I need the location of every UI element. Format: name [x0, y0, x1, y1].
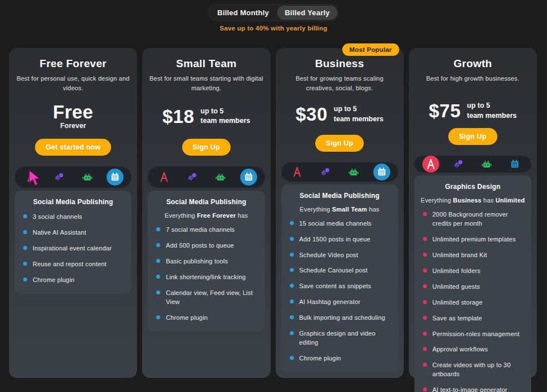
feature-bullet: [290, 237, 294, 241]
feature-bullet: [23, 230, 27, 234]
panel-title: Social Media Publishing: [287, 192, 392, 200]
feature-bullet: [156, 227, 160, 231]
plan-title: Business: [315, 58, 364, 70]
tab-easel-icon[interactable]: [23, 169, 39, 186]
plan-price: $75: [429, 102, 461, 120]
feature-bullet: [290, 315, 294, 319]
plan-card: Free Forever Best for personal use, quic…: [9, 48, 137, 378]
comet-icon: [453, 158, 464, 170]
feature-item: Add 500 posts to queue: [153, 241, 259, 250]
feature-bullet: [156, 290, 160, 294]
feature-item: Unlimited brand Kit: [420, 251, 526, 260]
feature-bullet: [156, 243, 160, 247]
tab-easel-icon[interactable]: [289, 164, 306, 180]
price-block: Free Forever: [53, 101, 94, 131]
feature-item: AI text-to-image generator: [420, 386, 526, 392]
includes-note: Everything Small Team has: [287, 206, 392, 213]
robot-icon: [215, 171, 226, 183]
tab-easel-icon[interactable]: [156, 169, 173, 186]
yearly-savings-note: Save up to 40% with yearly billing: [0, 25, 547, 32]
feature-bullet: [423, 347, 427, 351]
feature-item: Bulk importing and scheduling: [287, 314, 392, 323]
tab-comet-icon[interactable]: [450, 156, 467, 173]
feature-panel: Social Media Publishing Everything Free …: [148, 191, 264, 332]
tab-calendar-icon[interactable]: [506, 156, 523, 173]
tab-robot-icon[interactable]: [478, 156, 495, 173]
feature-bullet: [23, 214, 27, 218]
signup-button[interactable]: Sign Up: [182, 139, 231, 156]
feature-bullet: [423, 284, 427, 288]
price-note: up to 5team members: [467, 101, 517, 121]
feature-bullet: [156, 275, 160, 279]
feature-item: Calendar view, Feed view, List View: [153, 289, 259, 307]
comet-icon: [54, 171, 65, 183]
tab-easel-icon[interactable]: [422, 156, 439, 173]
feature-item: Reuse and repost content: [20, 260, 126, 269]
feature-bullet: [423, 387, 427, 391]
feature-tab-bar: [414, 156, 531, 173]
feature-bullet: [290, 253, 294, 257]
plan-card: Most Popular Business Best for growing t…: [276, 48, 404, 378]
feature-item: 15 social media channels: [287, 219, 392, 228]
feature-item: Unlimited guests: [420, 283, 526, 292]
tab-comet-icon[interactable]: [317, 164, 334, 180]
feature-panel: Social Media Publishing Everything Small…: [281, 184, 398, 372]
feature-tab-bar: [148, 166, 264, 188]
tab-calendar-icon[interactable]: [373, 164, 390, 180]
robot-icon: [348, 166, 359, 178]
tab-calendar-icon[interactable]: [240, 169, 257, 186]
feature-bullet: [156, 259, 160, 263]
panel-title: Social Media Publishing: [20, 198, 126, 206]
tab-calendar-icon[interactable]: [107, 169, 123, 186]
plan-description: Best for growing teams scaling creatives…: [282, 74, 398, 93]
billed-monthly-tab[interactable]: Billed Monthly: [209, 6, 277, 20]
feature-bullet: [423, 363, 427, 367]
tab-robot-icon[interactable]: [212, 169, 229, 186]
feature-item: 2000 Background remover credits per mont…: [420, 210, 526, 228]
panel-title: Social Media Publishing: [153, 198, 259, 206]
plan-title: Free Forever: [39, 58, 107, 70]
feature-panel: Graphics Design Everything Business has …: [414, 175, 531, 392]
feature-bullet: [423, 316, 427, 320]
feature-tab-bar: [15, 166, 131, 188]
includes-note: Everything Free Forever has: [153, 212, 259, 219]
feature-item: Chrome plugin: [153, 314, 259, 323]
price-block: $18 up to 5team members: [162, 101, 250, 131]
feature-bullet: [290, 284, 294, 288]
plan-price: Free: [53, 103, 94, 121]
tab-comet-icon[interactable]: [51, 169, 68, 186]
feature-bullet: [423, 253, 427, 257]
feature-bullet: [423, 332, 427, 336]
easel-icon: [292, 166, 303, 178]
feature-item: AI Hashtag generator: [287, 298, 392, 307]
tab-robot-icon[interactable]: [345, 164, 362, 180]
panel-title: Graphics Design: [420, 183, 526, 191]
plan-description: Best for personal use, quick design and …: [15, 74, 131, 93]
billed-yearly-tab[interactable]: Billed Yearly: [277, 6, 338, 20]
plan-description: Best for high growth businesses.: [426, 74, 519, 93]
tab-robot-icon[interactable]: [79, 169, 96, 186]
feature-bullet: [290, 299, 294, 303]
robot-icon: [82, 171, 93, 183]
feature-bullet: [290, 268, 294, 272]
feature-bullet: [423, 300, 427, 304]
feature-item: Native AI Assistant: [20, 228, 126, 237]
plan-price: $30: [295, 105, 328, 124]
plan-title: Growth: [453, 58, 492, 70]
feature-item: 3 social channels: [20, 213, 126, 222]
price-note: up to 5team members: [334, 104, 383, 124]
signup-button[interactable]: Sign Up: [315, 135, 364, 152]
feature-item: Save content as snippets: [287, 282, 392, 291]
feature-item: Graphics design and video editing: [287, 329, 392, 347]
feature-item: Unlimited folders: [420, 267, 526, 276]
feature-bullet: [23, 246, 27, 250]
feature-tab-bar: [281, 162, 398, 181]
signup-button[interactable]: Sign Up: [448, 128, 497, 145]
feature-item: Chrome plugin: [287, 354, 392, 363]
signup-button[interactable]: Get started now: [35, 139, 111, 156]
comet-icon: [320, 166, 331, 178]
tab-comet-icon[interactable]: [184, 169, 201, 186]
easel-icon: [25, 171, 37, 183]
comet-icon: [187, 171, 198, 183]
feature-bullet: [290, 331, 294, 335]
